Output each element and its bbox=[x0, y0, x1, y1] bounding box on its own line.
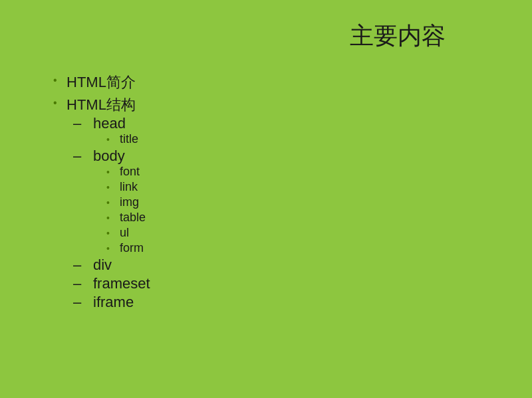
level2-item: iframe bbox=[73, 294, 499, 311]
content-area: HTML简介 HTML结构 head title body bbox=[53, 72, 499, 311]
level3-list: title bbox=[106, 132, 499, 146]
list-item: title bbox=[106, 132, 499, 146]
list-item: HTML结构 head title body font bbox=[53, 95, 499, 311]
list-item: link bbox=[106, 180, 499, 194]
item-label: HTML简介 bbox=[66, 74, 136, 90]
list-item: table bbox=[106, 211, 499, 225]
level2-label: iframe bbox=[93, 294, 134, 310]
item-label: img bbox=[120, 195, 139, 209]
item-label: title bbox=[120, 132, 138, 146]
list-item: ul bbox=[106, 226, 499, 240]
level2-label: frameset bbox=[93, 275, 150, 292]
item-label: table bbox=[120, 211, 146, 224]
level3-list: font link img table ul form bbox=[106, 165, 499, 255]
level2-label: body bbox=[93, 148, 125, 164]
level2-item: head title bbox=[73, 115, 499, 146]
item-label: link bbox=[120, 180, 138, 193]
list-item: HTML简介 bbox=[53, 72, 499, 92]
level2-item: body font link img table ul form bbox=[73, 148, 499, 255]
list-item: img bbox=[106, 195, 499, 209]
level2-item: frameset bbox=[73, 275, 499, 292]
level2-list: head title body font link img bbox=[73, 115, 499, 311]
item-label: ul bbox=[120, 226, 129, 239]
level1-list: HTML简介 HTML结构 head title body bbox=[53, 72, 499, 311]
slide: 主要内容 HTML简介 HTML结构 head title bbox=[0, 0, 532, 398]
level2-label: head bbox=[93, 115, 126, 132]
level2-label: div bbox=[93, 256, 112, 273]
item-label: font bbox=[120, 165, 140, 178]
list-item: font bbox=[106, 165, 499, 179]
level2-item: div bbox=[73, 256, 499, 274]
slide-title: 主要内容 bbox=[33, 20, 499, 52]
item-label: HTML结构 bbox=[66, 96, 136, 113]
item-label: form bbox=[120, 241, 144, 254]
list-item: form bbox=[106, 241, 499, 255]
